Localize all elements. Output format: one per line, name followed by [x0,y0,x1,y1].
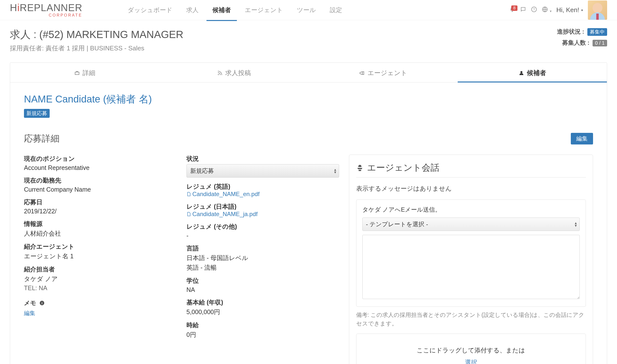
person-value: タケダ ノア [24,275,177,283]
chat-icon[interactable] [520,6,526,14]
date-applied-value: 2019/12/22/ [24,208,177,215]
nav-agents[interactable]: エージェント [239,0,289,21]
notification-count: 8 [511,5,517,11]
globe-icon[interactable]: ▾ [542,6,552,14]
tab-agents[interactable]: エージェント [308,63,458,82]
svg-point-3 [218,74,219,75]
base-salary-value: 5,000,000円 [186,308,339,316]
degree-label: 学位 [186,277,339,285]
progress-label: 進捗状況 : [557,28,584,35]
current-company-label: 現在の勤務先 [24,176,177,184]
nav-tools[interactable]: ツール [291,0,322,21]
spy-icon [356,164,364,172]
sub-tabs: 詳細 求人投稿 エージェント 候補者 [10,63,607,82]
svg-point-4 [520,71,522,73]
page-subtitle: 採用責任者: 責任者 1 採用 | BUSINESS - Sales [10,44,183,53]
agent-panel: エージェント会話 表示するメッセージはありません タケダ ノアへEメール送信。 … [349,155,593,364]
nav-settings[interactable]: 設定 [324,0,348,21]
briefcase-icon [74,70,80,76]
edit-button[interactable]: 編集 [571,133,593,144]
greeting-text: Hi, Ken! [556,6,579,14]
language-value-1: 日本語 - 母国語レベル [186,254,339,262]
status-info: 進捗状況 : 募集中 募集人数 : 0 / 1 [557,28,607,50]
memo-label: メモ [24,299,36,307]
chevron-down-icon: ▾ [581,8,583,12]
logo-subtext: CORPORATE [49,13,82,18]
resume-en-link[interactable]: Candidate_NAME_en.pdf [186,191,339,198]
details-col-left: 現在のポジション Account Representative 現在の勤務先 C… [24,155,177,364]
hourly-label: 時給 [186,321,339,329]
headcount-badge: 0 / 1 [593,40,607,46]
candidate-status-badge: 新規応募 [24,109,50,118]
resume-other-label: レジュメ (その他) [186,222,339,231]
nav-right: 8 ? ▾ Hi, Ken! ▾ [509,0,607,20]
nav-dashboard[interactable]: ダッシュボード [122,0,178,21]
details-col-mid: 状況 新規応募 ▴▾ レジュメ (英語) Candidate_NAME_en.p… [186,155,339,364]
main-nav: ダッシュボード 求人 候補者 エージェント ツール 設定 [122,0,348,21]
svg-text:i: i [41,301,42,305]
status-select[interactable]: 新規応募 [186,164,339,178]
nav-candidates[interactable]: 候補者 [206,0,237,21]
language-value-2: 英語 - 流暢 [186,263,339,272]
logo-text: HiREPLANNER [10,3,82,13]
notifications-icon[interactable]: 8 [509,6,515,14]
note-text: 備考: この求人の採用担当者とそのアシスタント(設定している場合)は、この会話に… [356,311,586,328]
pdf-icon [186,212,191,216]
message-textarea[interactable] [362,235,580,299]
person-icon [518,70,524,76]
degree-value: NA [186,286,339,293]
details-col-right: エージェント会話 表示するメッセージはありません タケダ ノアへEメール送信。 … [349,155,593,364]
base-salary-label: 基本給 (年収) [186,298,339,306]
tab-candidates[interactable]: 候補者 [458,63,607,82]
person-label: 紹介担当者 [24,265,177,273]
template-select[interactable]: - テンプレートを選択 - [362,218,580,231]
megaphone-icon [359,70,365,76]
agency-label: 紹介エージェント [24,243,177,251]
tab-panel: 詳細 求人投稿 エージェント 候補者 NAME Candidate (候補者 名… [10,62,607,364]
svg-text:?: ? [533,7,535,11]
status-label: 状況 [186,155,339,163]
page-header: 求人 : (#52) MARKETING MANAGER 採用責任者: 責任者 … [0,20,617,55]
page-title: 求人 : (#52) MARKETING MANAGER [10,28,183,41]
person-tel: TEL: NA [24,284,177,292]
progress-badge: 募集中 [587,28,607,36]
agency-value: エージェント名 1 [24,252,177,260]
attachment-dropzone[interactable]: ここにドラッグして添付する、または 選択 [356,334,586,364]
current-position-label: 現在のポジション [24,155,177,163]
logo[interactable]: HiREPLANNER CORPORATE [10,3,82,18]
section-title: 応募詳細 [24,133,60,145]
current-company-value: Current Company Name [24,186,177,193]
dropzone-text: ここにドラッグして添付する、または [361,346,581,354]
resume-ja-label: レジュメ (日本語) [186,202,339,211]
candidate-name-link[interactable]: NAME Candidate (候補者 名) [24,94,152,104]
memo-edit-link[interactable]: 編集 [24,309,177,317]
compose-box: タケダ ノアへEメール送信。 - テンプレートを選択 - ▴▾ [356,200,586,307]
tab-posting[interactable]: 求人投稿 [159,63,308,82]
help-icon[interactable]: ? [531,6,537,14]
language-label: 言語 [186,244,339,252]
pdf-icon [186,192,191,196]
resume-en-label: レジュメ (英語) [186,182,339,191]
date-applied-label: 応募日 [24,198,177,206]
source-label: 情報源 [24,220,177,228]
resume-ja-link[interactable]: Candidate_NAME_ja.pdf [186,211,339,218]
source-value: 人材紹介会社 [24,229,177,238]
resume-other-value: - [186,232,339,239]
no-messages-text: 表示するメッセージはありません [356,184,586,193]
avatar[interactable] [588,0,607,20]
current-position-value: Account Representative [24,164,177,171]
top-nav: HiREPLANNER CORPORATE ダッシュボード 求人 候補者 エージ… [0,0,617,20]
user-menu[interactable]: Hi, Ken! ▾ [556,6,583,14]
agent-panel-header: エージェント会話 [356,162,586,178]
hourly-value: 0円 [186,331,339,339]
info-icon[interactable]: i [39,300,45,306]
rss-icon [217,70,223,76]
compose-to: タケダ ノアへEメール送信。 [362,206,580,214]
headcount-label: 募集人数 : [562,39,590,46]
dropzone-select-link[interactable]: 選択 [361,358,581,364]
nav-jobs[interactable]: 求人 [180,0,205,21]
tab-details[interactable]: 詳細 [10,63,159,82]
